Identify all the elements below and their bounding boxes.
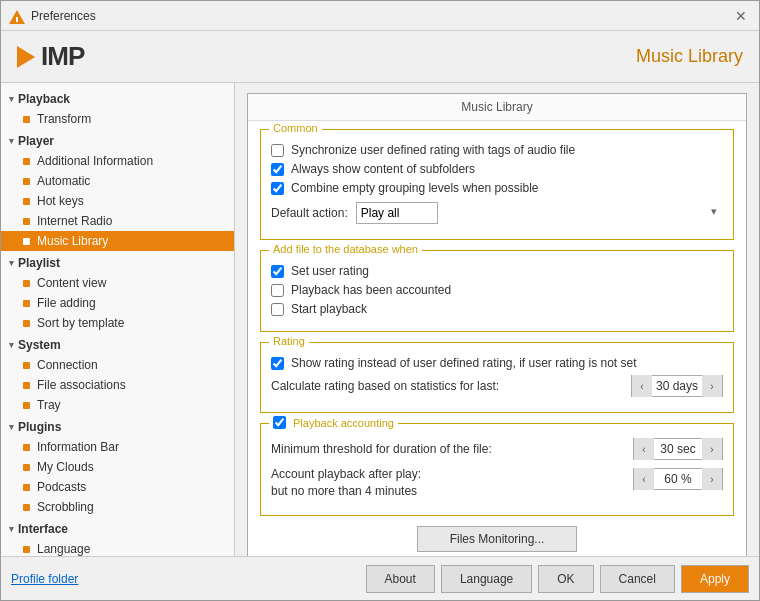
start-playback-checkbox[interactable] (271, 303, 284, 316)
duration-spinner-decrease[interactable]: ‹ (634, 438, 654, 460)
dot-icon (23, 238, 30, 245)
duration-spinner-row: Minimum threshold for duration of the fi… (271, 438, 723, 460)
cancel-button[interactable]: Cancel (600, 565, 675, 593)
sidebar-group-label-plugins[interactable]: ▾ Plugins (1, 417, 234, 437)
sidebar-item-file-adding[interactable]: File adding (1, 293, 234, 313)
sidebar-item-automatic[interactable]: Automatic (1, 171, 234, 191)
arrow-icon: ▾ (9, 136, 14, 146)
dot-icon (23, 280, 30, 287)
sidebar-group-label-system[interactable]: ▾ System (1, 335, 234, 355)
sidebar-item-podcasts[interactable]: Podcasts (1, 477, 234, 497)
dot-icon (23, 178, 30, 185)
sidebar-item-hot-keys[interactable]: Hot keys (1, 191, 234, 211)
account-playback-spinner: ‹ 60 % › (633, 468, 723, 490)
dot-icon (23, 444, 30, 451)
close-button[interactable]: ✕ (731, 6, 751, 26)
playback-accounting-checkbox[interactable] (273, 416, 286, 429)
rating-days-spinner: ‹ 30 days › (631, 375, 723, 397)
dot-icon (23, 116, 30, 123)
playback-accounted-row: Playback has been accounted (271, 283, 723, 297)
header-section-title: Music Library (636, 46, 743, 67)
ok-button[interactable]: OK (538, 565, 593, 593)
music-library-panel: Music Library Common Synchronize user de… (247, 93, 747, 556)
account-spinner-decrease[interactable]: ‹ (634, 468, 654, 490)
arrow-icon: ▾ (9, 422, 14, 432)
files-monitoring-area: Files Monitoring... (260, 526, 734, 552)
default-action-select[interactable]: Play all Play selected Add to queue (356, 202, 438, 224)
about-button[interactable]: About (366, 565, 435, 593)
playback-accounting-section-label: Playback accounting (269, 416, 398, 429)
sidebar-group-player: ▾ Player Additional Information Automati… (1, 131, 234, 251)
sidebar-item-file-associations[interactable]: File associations (1, 375, 234, 395)
playback-accounting-section: Playback accounting Minimum threshold fo… (260, 423, 734, 516)
duration-spinner-value: 30 sec (654, 442, 702, 456)
common-section: Common Synchronize user defined rating w… (260, 129, 734, 240)
set-user-rating-checkbox[interactable] (271, 265, 284, 278)
add-file-section: Add file to the database when Set user r… (260, 250, 734, 332)
sidebar-item-my-clouds[interactable]: My Clouds (1, 457, 234, 477)
sidebar-item-information-bar[interactable]: Information Bar (1, 437, 234, 457)
sidebar-group-label-player[interactable]: ▾ Player (1, 131, 234, 151)
dot-icon (23, 300, 30, 307)
set-user-rating-row: Set user rating (271, 264, 723, 278)
panel-title: Music Library (248, 94, 746, 121)
language-button[interactable]: Language (441, 565, 532, 593)
show-subfolders-checkbox[interactable] (271, 163, 284, 176)
sidebar-item-music-library[interactable]: Music Library (1, 231, 234, 251)
rating-spinner-increase[interactable]: › (702, 375, 722, 397)
dot-icon (23, 198, 30, 205)
title-bar: Preferences ✕ (1, 1, 759, 31)
sidebar-item-scrobbling[interactable]: Scrobbling (1, 497, 234, 517)
sidebar-item-content-view[interactable]: Content view (1, 273, 234, 293)
arrow-icon: ▾ (9, 524, 14, 534)
arrow-icon: ▾ (9, 94, 14, 104)
sidebar-group-label-playlist[interactable]: ▾ Playlist (1, 253, 234, 273)
svg-rect-1 (16, 17, 18, 22)
sidebar-group-plugins: ▾ Plugins Information Bar My Clouds Podc… (1, 417, 234, 517)
sidebar-item-language[interactable]: Language (1, 539, 234, 556)
rating-section: Rating Show rating instead of user defin… (260, 342, 734, 413)
sidebar-group-label-playback[interactable]: ▾ Playback (1, 89, 234, 109)
rating-spinner-row: Calculate rating based on statistics for… (271, 375, 723, 397)
account-playback-row: Account playback after play: but no more… (271, 466, 723, 500)
dot-icon (23, 218, 30, 225)
duration-spinner: ‹ 30 sec › (633, 438, 723, 460)
dot-icon (23, 402, 30, 409)
content-area: ▾ Playback Transform ▾ Player Additional… (1, 83, 759, 556)
playback-accounted-checkbox[interactable] (271, 284, 284, 297)
files-monitoring-button[interactable]: Files Monitoring... (417, 526, 578, 552)
sidebar-item-internet-radio[interactable]: Internet Radio (1, 211, 234, 231)
profile-folder-link[interactable]: Profile folder (11, 572, 366, 586)
arrow-icon: ▾ (9, 340, 14, 350)
add-file-section-label: Add file to the database when (269, 243, 422, 255)
default-action-select-wrapper: Play all Play selected Add to queue (356, 202, 723, 224)
show-rating-checkbox[interactable] (271, 357, 284, 370)
combine-empty-checkbox[interactable] (271, 182, 284, 195)
common-section-label: Common (269, 122, 322, 134)
sidebar-item-transform[interactable]: Transform (1, 109, 234, 129)
combine-empty-row: Combine empty grouping levels when possi… (271, 181, 723, 195)
dot-icon (23, 320, 30, 327)
dot-icon (23, 546, 30, 553)
sidebar-item-additional-information[interactable]: Additional Information (1, 151, 234, 171)
app-logo: IMP (17, 41, 84, 72)
dot-icon (23, 158, 30, 165)
preferences-window: Preferences ✕ IMP Music Library ▾ Playba… (0, 0, 760, 601)
account-playback-labels: Account playback after play: but no more… (271, 466, 633, 500)
account-spinner-increase[interactable]: › (702, 468, 722, 490)
show-subfolders-row: Always show content of subfolders (271, 162, 723, 176)
main-content: Music Library Common Synchronize user de… (235, 83, 759, 556)
sidebar-item-connection[interactable]: Connection (1, 355, 234, 375)
apply-button[interactable]: Apply (681, 565, 749, 593)
rating-spinner-label: Calculate rating based on statistics for… (271, 379, 631, 393)
sync-rating-checkbox[interactable] (271, 144, 284, 157)
logo-text: IMP (41, 41, 84, 72)
sidebar: ▾ Playback Transform ▾ Player Additional… (1, 83, 235, 556)
duration-spinner-increase[interactable]: › (702, 438, 722, 460)
sidebar-group-label-interface[interactable]: ▾ Interface (1, 519, 234, 539)
sidebar-item-tray[interactable]: Tray (1, 395, 234, 415)
duration-label: Minimum threshold for duration of the fi… (271, 442, 633, 456)
account-playback-label1: Account playback after play: (271, 466, 633, 483)
sidebar-item-sort-by-template[interactable]: Sort by template (1, 313, 234, 333)
rating-spinner-decrease[interactable]: ‹ (632, 375, 652, 397)
